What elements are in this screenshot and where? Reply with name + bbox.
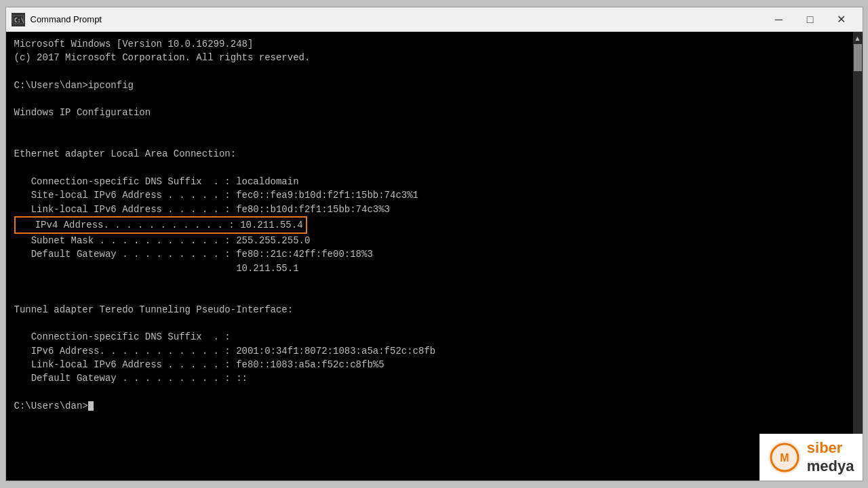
watermark-line1: siber xyxy=(807,439,843,456)
ipv4-address-line: IPv4 Address. . . . . . . . . . . : 10.2… xyxy=(14,216,307,234)
close-button[interactable]: ✕ xyxy=(826,7,857,32)
watermark: M siber medya xyxy=(760,434,863,481)
terminal-body[interactable]: Microsoft Windows [Version 10.0.16299.24… xyxy=(6,32,863,481)
scroll-up-button[interactable]: ▲ xyxy=(853,33,863,43)
window-title: Command Prompt xyxy=(31,14,764,24)
watermark-text: siber medya xyxy=(807,439,854,475)
maximize-button[interactable]: □ xyxy=(795,7,826,32)
watermark-line2: medya xyxy=(807,458,854,474)
line-2: Subnet Mask . . . . . . . . . . . : 255.… xyxy=(14,235,436,411)
svg-text:C:\: C:\ xyxy=(14,18,24,24)
titlebar-icon: C:\ xyxy=(12,13,25,26)
terminal-cursor xyxy=(88,401,94,411)
svg-text:M: M xyxy=(780,452,789,464)
line-1: Microsoft Windows [Version 10.0.16299.24… xyxy=(14,39,419,215)
window-controls: ─ □ ✕ xyxy=(764,7,857,32)
scrollbar[interactable]: ▲ xyxy=(853,32,863,481)
minimize-button[interactable]: ─ xyxy=(764,7,795,32)
cmd-window: C:\ Command Prompt ─ □ ✕ Microsoft Windo… xyxy=(5,7,863,481)
scrollbar-thumb[interactable] xyxy=(854,44,862,71)
titlebar: C:\ Command Prompt ─ □ ✕ xyxy=(6,7,863,32)
terminal-output: Microsoft Windows [Version 10.0.16299.24… xyxy=(14,37,854,413)
watermark-logo-icon: M xyxy=(768,441,802,474)
